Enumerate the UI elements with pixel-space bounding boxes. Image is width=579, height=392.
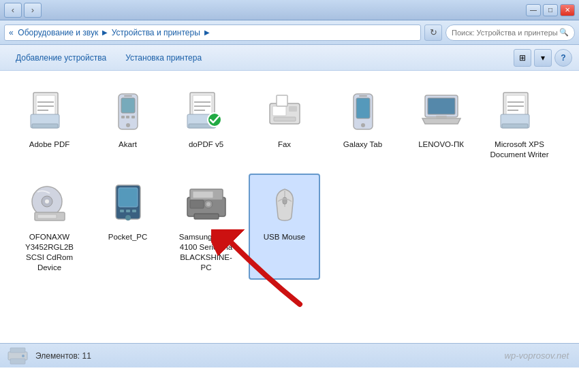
svg-point-23 xyxy=(361,123,365,127)
device-grid: Adobe PDF Akart xyxy=(14,81,565,280)
dopdf-icon xyxy=(183,88,230,135)
maximize-button[interactable]: □ xyxy=(543,4,558,16)
search-box[interactable]: 🔍 xyxy=(445,24,575,41)
svg-rect-19 xyxy=(277,95,287,106)
toolbar-right: ⊞ ▾ ? xyxy=(514,49,572,67)
svg-rect-55 xyxy=(10,359,25,364)
ms-xps-icon xyxy=(496,88,544,135)
back-button[interactable]: ‹ xyxy=(4,3,22,18)
device-pocket-pc[interactable]: Pocket_PC xyxy=(92,174,163,280)
svg-point-42 xyxy=(125,215,131,220)
device-fax[interactable]: Fax xyxy=(249,81,320,167)
svg-rect-18 xyxy=(289,106,297,112)
svg-rect-36 xyxy=(37,214,57,218)
svg-rect-27 xyxy=(436,116,447,118)
breadcrumb-devices[interactable]: Устройства и принтеры xyxy=(112,28,200,37)
device-samsung[interactable]: Samsung SCX-4100 Series на BLACKSHINE-PC xyxy=(170,174,242,280)
address-path[interactable]: « Оборудование и звук ▶ Устройства и при… xyxy=(4,24,421,41)
ms-xps-label: Microsoft XPS Document Writer xyxy=(488,140,550,160)
svg-rect-46 xyxy=(194,214,219,219)
device-galaxy-tab[interactable]: Galaxy Tab xyxy=(327,81,398,167)
pocket-pc-label: Pocket_PC xyxy=(108,232,148,242)
view-options-button[interactable]: ⊞ xyxy=(514,49,531,67)
svg-rect-9 xyxy=(126,116,129,118)
ofonaxw-label: OFONAXW Y3452RGL2B SCSI CdRom Device xyxy=(18,232,80,273)
watermark: wp-voprosov.net xyxy=(505,350,569,361)
svg-rect-45 xyxy=(193,191,213,198)
samsung-label: Samsung SCX-4100 Series на BLACKSHINE-PC xyxy=(175,232,237,273)
adobe-pdf-icon xyxy=(26,88,74,135)
usb-mouse-icon xyxy=(261,180,309,228)
galaxy-tab-label: Galaxy Tab xyxy=(343,140,382,150)
status-bar: Элементов: 11 wp-voprosov.net xyxy=(0,343,579,368)
search-icon: 🔍 xyxy=(559,28,569,37)
svg-rect-17 xyxy=(272,106,286,116)
svg-rect-10 xyxy=(131,116,135,118)
svg-rect-3 xyxy=(32,124,58,128)
minimize-button[interactable]: — xyxy=(526,4,541,16)
svg-point-34 xyxy=(45,199,49,203)
lenovo-label: LENOVO-ПК xyxy=(418,140,464,150)
svg-rect-41 xyxy=(132,210,136,212)
add-device-button[interactable]: Добавление устройства xyxy=(7,48,115,67)
device-ofonaxw[interactable]: OFONAXW Y3452RGL2B SCSI CdRom Device xyxy=(14,174,85,280)
akart-label: Akart xyxy=(119,140,137,150)
fax-label: Fax xyxy=(278,140,291,150)
refresh-button[interactable]: ↻ xyxy=(424,24,442,41)
ofonaxw-icon xyxy=(26,180,74,228)
svg-rect-54 xyxy=(10,348,25,353)
view-dropdown-button[interactable]: ▾ xyxy=(534,49,552,67)
device-dopdf[interactable]: doPDF v5 xyxy=(170,81,242,167)
device-akart[interactable]: Akart xyxy=(92,81,163,167)
svg-rect-40 xyxy=(126,210,130,212)
svg-point-56 xyxy=(22,355,25,357)
device-adobe-pdf[interactable]: Adobe PDF xyxy=(14,81,85,167)
status-printer-icon xyxy=(7,346,29,365)
address-bar: « Оборудование и звук ▶ Устройства и при… xyxy=(0,20,579,45)
samsung-icon xyxy=(183,180,230,228)
akart-icon xyxy=(104,88,152,135)
title-bar-buttons: — □ ✕ xyxy=(526,4,575,16)
svg-rect-8 xyxy=(121,116,125,118)
svg-rect-22 xyxy=(356,98,370,118)
status-count: Элементов: 11 xyxy=(35,351,91,361)
device-usb-mouse[interactable]: USB Mouse xyxy=(249,174,320,280)
lenovo-icon xyxy=(418,88,465,135)
svg-rect-24 xyxy=(359,95,367,97)
svg-point-6 xyxy=(126,123,130,127)
galaxy-tab-icon xyxy=(339,88,387,135)
help-button[interactable]: ? xyxy=(554,49,572,67)
forward-button[interactable]: › xyxy=(24,3,42,18)
main-content: Adobe PDF Akart xyxy=(0,71,579,368)
search-input[interactable] xyxy=(452,29,559,37)
breadcrumb-sep1: ▶ xyxy=(100,29,110,36)
svg-rect-5 xyxy=(121,98,135,113)
add-printer-button[interactable]: Установка принтера xyxy=(116,48,210,67)
svg-rect-26 xyxy=(428,98,455,114)
dopdf-label: doPDF v5 xyxy=(189,140,223,150)
fax-icon xyxy=(261,88,309,135)
breadcrumb-sep2: ▶ xyxy=(202,29,210,36)
svg-rect-38 xyxy=(119,188,138,207)
toolbar: Добавление устройства Установка принтера… xyxy=(0,45,579,71)
breadcrumb-hardware[interactable]: « Оборудование и звук xyxy=(9,28,98,37)
adobe-pdf-label: Adobe PDF xyxy=(29,140,69,150)
device-lenovo[interactable]: LENOVO-ПК xyxy=(405,81,477,167)
svg-rect-47 xyxy=(190,200,204,208)
svg-rect-31 xyxy=(502,124,528,128)
svg-point-49 xyxy=(206,202,210,206)
title-bar: ‹ › — □ ✕ xyxy=(0,0,579,20)
nav-buttons: ‹ › xyxy=(4,3,42,18)
close-button[interactable]: ✕ xyxy=(560,4,575,16)
svg-rect-39 xyxy=(120,210,124,212)
svg-rect-20 xyxy=(274,117,296,121)
svg-rect-7 xyxy=(124,95,132,97)
usb-mouse-label: USB Mouse xyxy=(264,232,305,242)
pocket-pc-icon xyxy=(104,180,152,228)
device-ms-xps[interactable]: Microsoft XPS Document Writer xyxy=(484,81,555,167)
